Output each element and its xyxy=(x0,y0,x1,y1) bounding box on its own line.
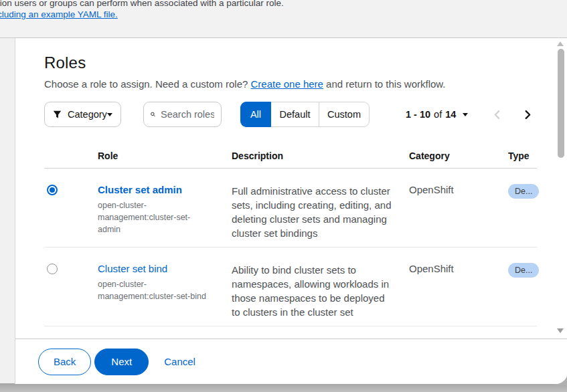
roles-intro-text: Choose a role to assign. Need a custom r… xyxy=(44,78,446,90)
page-title: Roles xyxy=(44,54,86,72)
row-radio[interactable] xyxy=(47,264,58,274)
search-icon xyxy=(151,110,155,119)
role-type-badge: De... xyxy=(508,184,539,199)
role-category: OpenShift xyxy=(409,263,508,319)
filter-icon xyxy=(53,110,62,119)
row-radio-selected[interactable] xyxy=(47,185,58,195)
pagination-next-button[interactable] xyxy=(520,107,535,122)
scrollbar-down-arrow[interactable] xyxy=(557,328,564,333)
table-row[interactable]: Cluster set bind open-cluster-management… xyxy=(44,248,537,326)
table-header-row: Role Description Category Type xyxy=(44,144,537,169)
type-filter-toggle-group: All Default Custom xyxy=(240,102,370,127)
background-description-text: tion users or groups can perform when as… xyxy=(0,0,284,8)
pagination-total: 14 xyxy=(445,109,456,120)
column-header-category: Category xyxy=(409,151,508,161)
column-header-description: Description xyxy=(232,151,409,161)
search-roles-box[interactable] xyxy=(143,102,222,127)
background-page-header: tion users or groups can perform when as… xyxy=(0,0,567,38)
role-name-link[interactable]: Cluster set bind xyxy=(98,263,167,274)
category-filter-label: Category xyxy=(68,109,107,120)
role-resource-name: open-cluster-management:cluster-set-admi… xyxy=(98,199,213,235)
role-type-badge: De... xyxy=(508,263,539,278)
yaml-example-link[interactable]: cluding an example YAML file. xyxy=(0,9,118,19)
column-header-type: Type xyxy=(508,151,537,161)
filter-custom-button[interactable]: Custom xyxy=(319,102,370,127)
intro-prefix: Choose a role to assign. Need a custom r… xyxy=(44,78,251,90)
cancel-button[interactable]: Cancel xyxy=(156,349,204,375)
pagination-of: of xyxy=(434,109,442,120)
scrollbar-up-arrow[interactable] xyxy=(557,41,564,46)
filter-default-button[interactable]: Default xyxy=(270,102,319,127)
filter-all-button[interactable]: All xyxy=(240,102,271,127)
chevron-left-icon xyxy=(494,110,500,120)
scrollbar-thumb[interactable] xyxy=(558,49,564,158)
roles-table: Role Description Category Type Cluster s… xyxy=(44,144,537,336)
role-description: Ability to bind cluster sets to namespac… xyxy=(232,263,409,319)
column-header-role: Role xyxy=(98,151,232,161)
intro-suffix: and return to this workflow. xyxy=(323,78,446,90)
panel-shadow xyxy=(0,383,567,392)
wizard-footer: Back Next Cancel xyxy=(15,338,567,384)
role-resource-name: open-cluster-management:cluster-set-bind xyxy=(98,278,213,302)
table-row[interactable]: Cluster set admin open-cluster-managemen… xyxy=(44,169,537,248)
table-row-clipped xyxy=(44,326,537,336)
role-category: OpenShift xyxy=(409,184,508,240)
pagination-range: 1 - 10 xyxy=(406,109,430,120)
page: tion users or groups can perform when as… xyxy=(0,0,567,392)
pagination-menu-toggle[interactable]: 1 - 10 of 14 xyxy=(406,102,468,127)
role-description: Full administrative access to cluster se… xyxy=(232,184,409,240)
search-roles-input[interactable] xyxy=(161,109,214,120)
category-filter-dropdown[interactable]: Category xyxy=(44,102,121,127)
roles-wizard-panel: Roles Choose a role to assign. Need a cu… xyxy=(15,38,567,384)
pagination-prev-button[interactable] xyxy=(489,107,504,122)
back-button[interactable]: Back xyxy=(38,349,91,375)
chevron-down-icon xyxy=(107,113,112,116)
role-name-link[interactable]: Cluster set admin xyxy=(98,184,182,195)
chevron-down-icon xyxy=(463,113,468,116)
create-role-link[interactable]: Create one here xyxy=(251,78,323,90)
next-button[interactable]: Next xyxy=(94,349,149,375)
chevron-right-icon xyxy=(525,110,531,120)
